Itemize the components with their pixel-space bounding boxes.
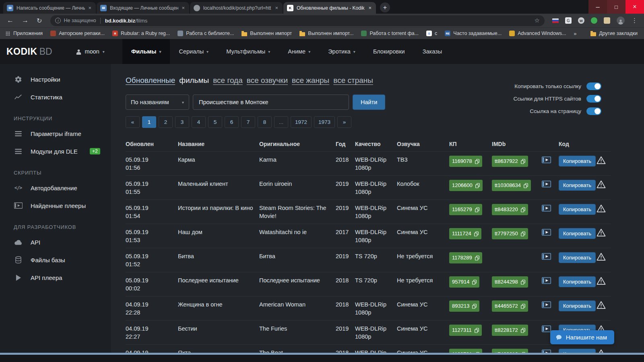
copy-code-button[interactable]: Копировать: [559, 252, 596, 263]
site-logo[interactable]: KODIK BD: [6, 39, 52, 64]
bookmark-item[interactable]: Выполнен импорт: [242, 31, 292, 36]
toggle-switch[interactable]: [586, 95, 601, 103]
bookmark-star-icon[interactable]: ☆: [535, 17, 540, 24]
title-part[interactable]: Обновленные: [126, 76, 175, 84]
tab-close-icon[interactable]: ×: [274, 5, 279, 11]
nav-item[interactable]: Аниме ▾: [279, 39, 319, 64]
pagination-button[interactable]: 1: [142, 116, 156, 128]
player-icon[interactable]: [542, 301, 551, 308]
tab-close-icon[interactable]: ×: [367, 5, 372, 11]
profile-avatar[interactable]: [617, 16, 625, 25]
sidebar-item-auto-add[interactable]: </> Автодобавление: [0, 179, 111, 197]
nav-item[interactable]: Сериалы ▾: [170, 39, 217, 64]
pagination-button[interactable]: 2: [159, 116, 173, 128]
pagination-button[interactable]: 4: [192, 116, 206, 128]
warning-icon[interactable]: [597, 277, 606, 285]
bookmark-item[interactable]: G с: [426, 31, 437, 36]
window-close-button[interactable]: ×: [625, 0, 644, 14]
browser-tab[interactable]: K Обновленные фильмы - Kodik ×: [283, 2, 376, 14]
bookmark-item[interactable]: Advanced Windows...: [509, 31, 566, 36]
kp-id-badge[interactable]: 893213: [449, 300, 479, 312]
player-icon[interactable]: [542, 229, 551, 236]
site-info-icon[interactable]: i: [55, 18, 61, 23]
tab-close-icon[interactable]: ×: [181, 5, 186, 11]
kp-id-badge[interactable]: 1127311: [449, 325, 482, 336]
kp-id-badge[interactable]: 1178289: [449, 252, 482, 263]
warning-icon[interactable]: [597, 180, 606, 188]
warning-icon[interactable]: [597, 253, 606, 261]
pagination-button[interactable]: 3: [175, 116, 189, 128]
tab-close-icon[interactable]: ×: [87, 5, 92, 11]
pagination-button[interactable]: 5: [208, 116, 222, 128]
kp-id-badge[interactable]: 1169078: [449, 156, 482, 167]
nav-item[interactable]: Заказы: [414, 39, 451, 64]
bookmark-item[interactable]: RE Часто задаваемые...: [445, 31, 502, 36]
player-icon[interactable]: [542, 325, 551, 332]
search-input[interactable]: [193, 95, 349, 110]
player-icon[interactable]: [542, 277, 551, 284]
bookmark-item[interactable]: Работа с библиоте...: [178, 31, 234, 36]
nav-item[interactable]: Мультфильмы ▾: [217, 39, 279, 64]
window-maximize-button[interactable]: □: [607, 0, 625, 14]
translate-icon[interactable]: G: [565, 17, 572, 24]
imdb-id-badge[interactable]: tt8244298: [492, 276, 528, 288]
contact-button[interactable]: Напишите нам: [550, 330, 614, 344]
imdb-id-badge[interactable]: tt8637922: [492, 156, 528, 167]
pagination-button[interactable]: ...: [274, 116, 288, 128]
extension-w-icon[interactable]: w: [578, 17, 584, 24]
title-part[interactable]: все года: [213, 76, 243, 84]
search-button[interactable]: Найти: [353, 95, 385, 110]
sidebar-item-dle-modules[interactable]: Модули для DLE +2: [0, 142, 111, 160]
nav-item[interactable]: Фильмы ▾: [122, 39, 170, 64]
imdb-id-badge[interactable]: tt8228172: [492, 325, 528, 336]
copy-code-button[interactable]: Копировать: [559, 156, 596, 167]
browser-tab[interactable]: localhost/kodik/post.php?url=htt ×: [190, 2, 283, 14]
sidebar-item-found-players[interactable]: Найденные плееры: [0, 197, 111, 214]
back-button[interactable]: ←: [4, 16, 17, 25]
pagination-button[interactable]: 6: [225, 116, 239, 128]
search-filter-select[interactable]: По названиям ▾: [126, 95, 189, 110]
copy-code-button[interactable]: Копировать: [559, 204, 596, 215]
bookmark-item[interactable]: R Rubular: a Ruby reg...: [112, 31, 170, 36]
kp-id-badge[interactable]: 1165279: [449, 204, 482, 215]
kp-id-badge[interactable]: 957914: [449, 276, 479, 288]
warning-icon[interactable]: [597, 156, 606, 164]
adblock-icon[interactable]: [591, 17, 597, 24]
warning-icon[interactable]: [597, 204, 606, 212]
nav-item[interactable]: Блокировки: [364, 39, 414, 64]
pagination-button[interactable]: 8: [258, 116, 272, 128]
bookmark-item[interactable]: Выполнен импорт...: [299, 31, 353, 36]
reload-button[interactable]: ↻: [34, 17, 45, 25]
imdb-id-badge[interactable]: tt7797250: [492, 228, 528, 239]
toggle-switch[interactable]: [586, 82, 601, 90]
kp-id-badge[interactable]: 1111724: [449, 228, 481, 239]
browser-menu-icon[interactable]: ⋮: [629, 17, 640, 24]
player-icon[interactable]: [542, 253, 551, 260]
sidebar-item-settings[interactable]: Настройки: [0, 70, 111, 88]
copy-code-button[interactable]: Копировать: [559, 180, 596, 191]
extension-folder-icon[interactable]: [604, 17, 610, 24]
bookmarks-overflow-chevron-icon[interactable]: »: [574, 31, 576, 37]
keyboard-flag-icon[interactable]: [552, 19, 559, 23]
player-icon[interactable]: [542, 205, 551, 212]
pagination-button[interactable]: »: [337, 116, 351, 128]
sidebar-item-iframe-params[interactable]: Параметры iframe: [0, 125, 111, 142]
imdb-id-badge[interactable]: tt10308634: [492, 180, 531, 191]
copy-code-button[interactable]: Копировать: [559, 300, 596, 311]
new-tab-button[interactable]: +: [380, 2, 390, 12]
warning-icon[interactable]: [597, 228, 606, 237]
warning-icon[interactable]: [597, 301, 606, 309]
pagination-button[interactable]: 1972: [291, 116, 312, 128]
bookmark-item[interactable]: Приложения: [5, 31, 43, 36]
browser-tab[interactable]: ✉ Написать сообщение — Личны ×: [3, 2, 96, 14]
pagination-button[interactable]: 1973: [314, 116, 335, 128]
imdb-id-badge[interactable]: tt8483220: [492, 204, 528, 215]
kp-id-badge[interactable]: 1206600: [449, 180, 483, 191]
pagination-button[interactable]: «: [126, 116, 140, 128]
window-minimize-button[interactable]: ─: [588, 0, 607, 14]
user-menu[interactable]: moon ▾: [76, 39, 105, 64]
bookmark-item[interactable]: Авторские репаки...: [50, 31, 105, 36]
address-bar[interactable]: i Не защищено bd.kodik.biz/films ☆: [50, 15, 545, 26]
copy-code-button[interactable]: Копировать: [559, 276, 596, 287]
imdb-id-badge[interactable]: tt4465572: [492, 300, 528, 312]
